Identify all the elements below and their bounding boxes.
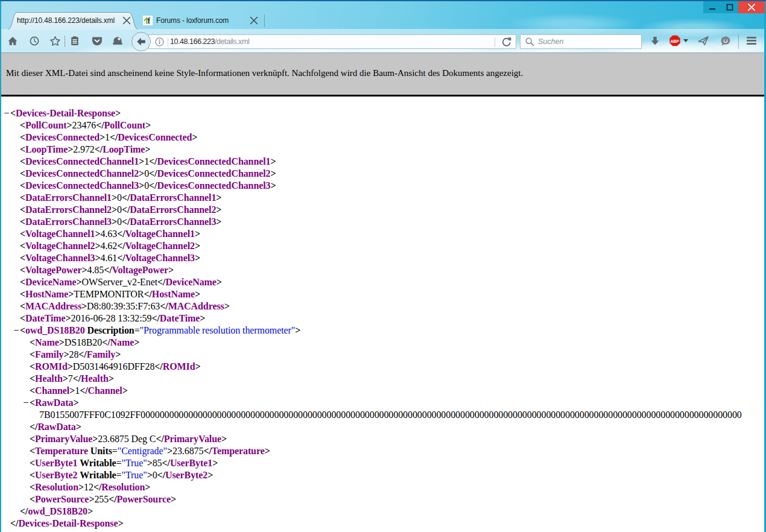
xml-markup: </ <box>110 132 118 142</box>
xml-markup: > <box>92 434 98 444</box>
xml-tag-name: DataErrorsChannel3 <box>25 217 112 227</box>
xml-tag-name: ROMId <box>163 361 195 372</box>
xml-attr-value: "Programmable resolution thermometer" <box>140 325 296 335</box>
xml-tag-name: UserByte1 <box>35 458 77 468</box>
xml-markup: > <box>69 385 75 396</box>
xml-tag-name: VoltagePower <box>25 265 81 275</box>
xml-collapse-toggle[interactable]: − <box>4 107 10 119</box>
xml-tag-name: DevicesConnectedChannel3 <box>157 180 270 191</box>
xml-line: <DevicesConnectedChannel3>0</DevicesConn… <box>1 180 764 192</box>
add-extension-button[interactable] <box>112 29 123 52</box>
send-page-icon <box>697 35 709 46</box>
xml-line: </owd_DS18B20> <box>1 505 764 518</box>
xml-markup: </ <box>151 313 159 323</box>
downloads-button[interactable] <box>650 29 660 52</box>
reading-list-button[interactable] <box>69 29 80 52</box>
xml-collapse-toggle[interactable]: − <box>14 325 19 337</box>
xml-collapse-toggle[interactable]: − <box>24 397 29 409</box>
tab-inactive-title: Forums - loxforum.com <box>156 16 229 25</box>
home-button[interactable] <box>7 29 18 52</box>
search-placeholder: Suchen <box>538 37 563 46</box>
xml-tag-name: PowerSource <box>117 494 171 504</box>
xml-line: <DeviceName>OWServer_v2-Enet</DeviceName… <box>1 276 764 288</box>
xml-line: <DataErrorsChannel2>0</DataErrorsChannel… <box>1 204 764 216</box>
xml-markup: </ <box>122 217 130 227</box>
xml-tag-name: HostName <box>25 289 68 299</box>
xml-text-value: 0 <box>117 217 122 227</box>
xml-text-value: 1 <box>144 156 149 166</box>
xml-tag-name: RawData <box>35 397 73 408</box>
xml-markup: > <box>73 397 78 408</box>
window-left-border <box>0 1 1 532</box>
xml-markup: > <box>200 313 205 323</box>
url-bar[interactable]: 10.48.166.223/details.xml <box>148 34 516 49</box>
xml-tag-name: DataErrorsChannel2 <box>25 204 112 215</box>
xml-markup: < <box>20 253 25 263</box>
xml-line: <VoltageChannel3>4.61</VoltageChannel3> <box>1 252 764 264</box>
xml-markup: > <box>118 518 123 528</box>
xml-markup: > <box>271 168 276 179</box>
downloads-icon <box>650 36 660 46</box>
xml-markup: </ <box>149 156 157 166</box>
minimize-icon <box>709 4 716 11</box>
xml-line: <Temperature Units="Centigrade">23.6875<… <box>1 445 764 457</box>
xml-tag-name: VoltageChannel2 <box>125 241 195 251</box>
xml-tag-name: LoopTime <box>103 144 145 154</box>
xml-tag-name: ROMId <box>35 361 68 372</box>
reload-button[interactable] <box>501 37 511 49</box>
info-icon[interactable] <box>155 37 164 46</box>
xml-line: <Health>7</Health> <box>1 373 764 385</box>
xml-markup: < <box>20 120 25 130</box>
xml-markup: < <box>30 373 35 384</box>
xml-markup: > <box>195 253 200 263</box>
xml-tag-name: Temperature <box>35 446 88 456</box>
xml-tag-name: Devices-Detail-Response <box>16 108 115 118</box>
send-page-button[interactable] <box>697 29 709 52</box>
tab-active-title: http://10.48.166.223/details.xml <box>17 16 121 25</box>
xml-markup: < <box>20 204 25 215</box>
xml-line: <ROMId>D5031464916DFF28</ROMId> <box>1 361 764 373</box>
xml-markup: < <box>20 217 25 227</box>
xml-tag-name: DataErrorsChannel1 <box>130 192 216 203</box>
maximize-button[interactable] <box>721 1 738 13</box>
chat-messenger-button[interactable] <box>720 29 731 52</box>
svg-text:ABP: ABP <box>670 39 679 43</box>
xml-line: <PollCount>23476</PollCount> <box>1 119 764 131</box>
search-bar[interactable]: Suchen <box>520 34 642 49</box>
xml-text-value: 255 <box>94 494 109 504</box>
back-button[interactable] <box>131 32 151 51</box>
tab-close-icon[interactable] <box>249 16 259 25</box>
xml-text-value: OWServer_v2-Enet <box>81 277 157 287</box>
xml-markup: > <box>68 361 73 372</box>
xml-markup: < <box>30 337 35 347</box>
xml-markup: </ <box>102 337 110 347</box>
xml-markup: > <box>195 289 200 299</box>
bookmark-star-button[interactable] <box>49 29 61 52</box>
xml-text-value: 7B0155007FFF0C1092FF00000000000000000000… <box>39 410 742 420</box>
xml-text-value: 12 <box>84 482 93 492</box>
xml-markup: > <box>115 349 121 359</box>
xml-markup: < <box>30 361 35 372</box>
xml-text-value: 7 <box>68 373 73 384</box>
xml-tag-name: PollCount <box>25 120 67 130</box>
tab-close-icon[interactable] <box>122 16 131 25</box>
xml-tag-name: VoltageChannel1 <box>125 229 195 239</box>
xml-markup: > <box>63 373 68 384</box>
history-button[interactable] <box>28 29 40 52</box>
xml-markup: < <box>30 470 35 480</box>
pocket-button[interactable] <box>91 29 103 52</box>
url-text[interactable]: 10.48.166.223/details.xml <box>170 37 249 46</box>
maximize-icon <box>726 4 733 11</box>
xml-markup: > <box>112 192 117 203</box>
minimize-button[interactable] <box>703 1 721 13</box>
tab-active[interactable]: http://10.48.166.223/details.xml <box>8 12 138 29</box>
xml-markup: </ <box>149 168 157 179</box>
adblock-plus-button[interactable]: ABP <box>669 29 688 52</box>
menu-button[interactable] <box>746 29 757 52</box>
tab-inactive[interactable]: f Forums - loxforum.com <box>138 12 265 29</box>
xml-line: <DateTime>2016-06-28 13:32:59</DateTime> <box>1 312 764 325</box>
xml-text-value: 23.6875 <box>173 446 203 456</box>
window-controls <box>703 1 765 13</box>
close-button[interactable] <box>738 1 765 13</box>
xml-line: <Family>28</Family> <box>1 349 764 361</box>
